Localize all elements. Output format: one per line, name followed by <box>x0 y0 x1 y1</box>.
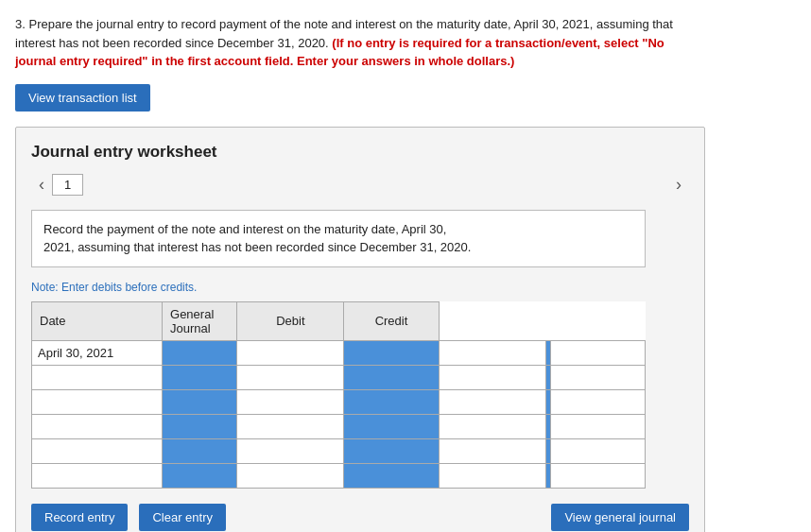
description-text: Record the payment of the note and inter… <box>43 222 471 255</box>
tab-number[interactable]: 1 <box>52 174 83 196</box>
input-journal-0[interactable] <box>237 341 343 365</box>
cell-credit-3[interactable] <box>550 414 645 438</box>
indicator-bar2-4 <box>344 438 439 463</box>
question-text: 3. Prepare the journal entry to record p… <box>15 15 696 71</box>
cell-date-1 <box>32 365 163 389</box>
cell-credit-5[interactable] <box>550 463 645 488</box>
cell-debit-0[interactable] <box>439 340 545 365</box>
clear-entry-button[interactable]: Clear entry <box>139 504 226 531</box>
table-row <box>32 463 646 488</box>
indicator-bar-4 <box>163 438 237 463</box>
cell-debit-4[interactable] <box>439 438 545 463</box>
input-debit-2[interactable] <box>440 390 545 414</box>
input-journal-3[interactable] <box>237 415 343 438</box>
indicator-bar2-0 <box>344 340 439 365</box>
cell-journal-5[interactable] <box>237 463 344 488</box>
note-text: Note: Enter debits before credits. <box>31 281 689 294</box>
cell-date-4 <box>32 438 163 463</box>
cell-date-5 <box>32 463 163 488</box>
input-credit-2[interactable] <box>551 390 645 414</box>
input-debit-3[interactable] <box>440 415 545 438</box>
cell-debit-2[interactable] <box>439 389 545 414</box>
input-credit-0[interactable] <box>551 341 645 365</box>
input-credit-1[interactable] <box>551 366 645 389</box>
cell-journal-0[interactable] <box>237 340 344 365</box>
cell-date-3 <box>32 414 163 438</box>
view-general-journal-button[interactable]: View general journal <box>551 504 689 531</box>
cell-credit-4[interactable] <box>550 438 645 463</box>
indicator-bar2-1 <box>344 365 439 389</box>
input-debit-4[interactable] <box>440 439 545 463</box>
table-row <box>32 438 646 463</box>
cell-date-0: April 30, 2021 <box>32 340 163 365</box>
action-buttons-row: Record entry Clear entry View general jo… <box>31 504 689 531</box>
input-credit-3[interactable] <box>551 415 645 438</box>
input-journal-2[interactable] <box>237 390 343 414</box>
input-journal-5[interactable] <box>237 464 343 488</box>
indicator-bar2-5 <box>344 463 439 488</box>
table-row <box>32 414 646 438</box>
worksheet-title: Journal entry worksheet <box>31 143 689 162</box>
input-credit-5[interactable] <box>551 464 645 488</box>
question-number: 3. <box>15 17 26 31</box>
header-credit: Credit <box>344 301 439 340</box>
input-journal-4[interactable] <box>237 439 343 463</box>
table-row <box>32 389 646 414</box>
tab-next-arrow[interactable]: › <box>668 173 689 197</box>
header-general-journal: General Journal <box>163 301 237 340</box>
indicator-bar2-2 <box>344 389 439 414</box>
worksheet-container: Journal entry worksheet ‹ 1 › Record the… <box>15 127 705 533</box>
journal-table: Date General Journal Debit Credit April … <box>31 301 646 489</box>
cell-credit-0[interactable] <box>550 340 645 365</box>
input-debit-5[interactable] <box>440 464 545 488</box>
cell-debit-3[interactable] <box>439 414 545 438</box>
cell-debit-1[interactable] <box>439 365 545 389</box>
input-debit-1[interactable] <box>440 366 545 389</box>
cell-credit-2[interactable] <box>550 389 645 414</box>
view-transaction-button[interactable]: View transaction list <box>15 84 150 112</box>
tab-prev-arrow[interactable]: ‹ <box>31 173 52 197</box>
cell-journal-4[interactable] <box>237 438 344 463</box>
indicator-bar2-3 <box>344 414 439 438</box>
cell-debit-5[interactable] <box>439 463 545 488</box>
input-journal-1[interactable] <box>237 366 343 389</box>
cell-credit-1[interactable] <box>550 365 645 389</box>
tab-navigation: ‹ 1 › <box>31 173 689 197</box>
description-box: Record the payment of the note and inter… <box>31 210 646 267</box>
indicator-bar-0 <box>163 340 237 365</box>
indicator-bar-1 <box>163 365 237 389</box>
input-debit-0[interactable] <box>440 341 545 365</box>
indicator-bar-2 <box>163 389 237 414</box>
indicator-bar-3 <box>163 414 237 438</box>
cell-journal-2[interactable] <box>237 389 344 414</box>
cell-date-2 <box>32 389 163 414</box>
indicator-bar-5 <box>163 463 237 488</box>
table-row <box>32 365 646 389</box>
header-debit: Debit <box>237 301 344 340</box>
header-date: Date <box>32 301 163 340</box>
record-entry-button[interactable]: Record entry <box>31 504 128 531</box>
cell-journal-1[interactable] <box>237 365 344 389</box>
table-row: April 30, 2021 <box>32 340 646 365</box>
input-credit-4[interactable] <box>551 439 645 463</box>
cell-journal-3[interactable] <box>237 414 344 438</box>
